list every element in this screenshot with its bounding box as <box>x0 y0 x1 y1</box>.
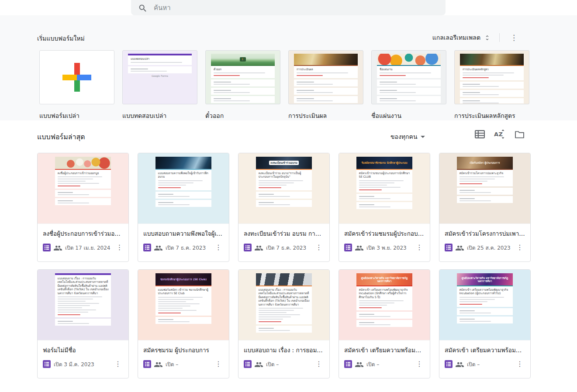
recent-form-meta: เปิด 7 ธ.ค. 2023 ⋮ <box>244 243 327 252</box>
caret-down-icon <box>421 136 425 138</box>
recent-form-info: ลงชื่อผู้ประกอบการเข้าร่วมออ... เปิด 17 … <box>38 224 128 254</box>
recent-form-title: สมัครเข้าร่วมโครงการบ่มเพาะ... <box>445 229 528 238</box>
template-label: การประเมินผล <box>288 111 363 120</box>
recent-form-opened-date: เปิด – <box>366 360 379 368</box>
template-card[interactable]: 🚶ตั๋วออก ตั๋วออก <box>205 50 280 120</box>
template-card[interactable]: การประเมินผล การประเมินผล <box>288 50 363 120</box>
forms-icon <box>244 360 252 368</box>
recent-form-card[interactable]: ศูนย์บ่มเพาะวิสาหกิจ มหาวิทยาลัยราชภัฏนค… <box>439 269 531 378</box>
owner-filter-label: ของทุกคน <box>390 132 417 141</box>
thumb-title-card: แบบสอบถาม เรื่อง : การยอมรับเทคโนโลยีและ… <box>55 273 111 317</box>
list-view-icon[interactable] <box>475 130 485 139</box>
recent-form-card[interactable]: แบบสอบถามความพึงพอใจผู้เข้ารับการฝึกอบรม… <box>138 153 229 262</box>
recent-form-card[interactable]: เปิดรับสมัคร ผู้ประกอบการสมัครเข้าร่วมโค… <box>439 153 531 262</box>
thumb-question-label-line <box>259 202 274 203</box>
search-bar[interactable] <box>131 0 446 15</box>
shared-people-icon <box>355 361 363 367</box>
thumb-text-line <box>131 62 182 63</box>
thumb-form-page: ลงทะเบียนเข้าร่วมอบรมลงทะเบียนเข้าร่วม อ… <box>256 157 312 224</box>
recent-form-opened-date: เปิด – <box>266 360 279 368</box>
svg-text:A: A <box>494 131 498 138</box>
unfold-more-icon <box>484 34 491 41</box>
thumb-text-line <box>259 312 287 313</box>
template-card[interactable]: แบบฟอร์มเปล่า <box>39 50 114 120</box>
thumb-question-label-line <box>158 202 173 203</box>
recent-form-card[interactable]: ชมรมนักศึกษาผู้ประกอบการ (SE Club)แบบฟอร… <box>138 269 229 378</box>
more-options-icon[interactable]: ⋮ <box>514 360 528 368</box>
template-label: แบบฟอร์มเปล่า <box>39 111 114 120</box>
thumb-question-card <box>211 79 275 86</box>
thumb-question-card <box>457 188 513 195</box>
thumb-required-text-line <box>58 186 81 186</box>
google-plus-icon <box>62 63 91 92</box>
thumb-text-line <box>460 176 504 177</box>
thumb-question-label-line <box>214 90 231 91</box>
recent-form-card[interactable]: แบบสอบถาม เรื่อง : การยอมรับเทคโนโลยีและ… <box>37 269 129 378</box>
more-options-icon[interactable]: ⋮ <box>113 243 127 252</box>
thumb-question-label-line <box>359 196 374 197</box>
google-forms-home: เริ่มแบบฟอร์มใหม่ แกลเลอรีเทมเพลต ⋮ แบบฟ… <box>0 0 577 392</box>
recent-form-card[interactable]: แบบสอบถาม เรื่อง : การยอมรับเทคโนโลยีและ… <box>238 269 330 378</box>
template-card[interactable]: แบบทดสอบเปล่าGoogle Forms แบบทดสอบเปล่า <box>122 50 197 120</box>
template-card[interactable]: ชื่อแผ่นงาน ชื่อแผ่นงาน <box>371 50 446 120</box>
shared-people-icon <box>255 245 263 251</box>
thumb-text-line <box>58 299 93 299</box>
thumb-form-title: แบบสอบถาม เรื่อง : การยอมรับเทคโนโลยีและ… <box>58 277 109 295</box>
thumb-question-label-line <box>380 82 397 83</box>
template-card[interactable]: การประเมินผลหลักสูตร การประเมินผลหลักสูต… <box>454 50 529 120</box>
recent-form-title: ลงชื่อผู้ประกอบการเข้าร่วมออ... <box>43 229 126 238</box>
template-gallery-button[interactable]: แกลเลอรีเทมเพลต <box>431 32 492 43</box>
thumb-question-label-line <box>58 200 73 201</box>
more-options-icon[interactable]: ⋮ <box>112 360 126 368</box>
thumb-question-label-line <box>58 192 73 193</box>
thumb-question-card <box>356 312 413 319</box>
template-thumbnail: การประเมินผล <box>288 50 363 104</box>
recent-form-card[interactable]: รับสมัครสมาชิกชมรม นักศึกษาผู้ประกอบสมัค… <box>339 153 430 262</box>
thumb-question-label-line <box>463 84 480 85</box>
thumb-question-card <box>457 196 513 203</box>
owner-filter-dropdown[interactable]: ของทุกคน <box>389 131 427 142</box>
thumb-question-label-line <box>460 198 475 199</box>
recent-form-card[interactable]: ศูนย์บ่มเพาะวิสาหกิจ มหาวิทยาลัยราชภัฏนค… <box>339 269 430 378</box>
thumb-question-card <box>211 96 275 103</box>
recent-form-title: สมัครเข้า เตรียมความพร้อมพั... <box>344 345 427 355</box>
recent-form-card[interactable]: ลงชื่อผู้ประกอบการเข้าร่วมออกบูธ ลงชื่อผ… <box>37 153 129 262</box>
thumb-text-line <box>259 310 294 311</box>
more-options-icon[interactable]: ⋮ <box>212 360 226 368</box>
thumb-text-line <box>460 301 487 302</box>
thumb-text-line <box>259 185 287 186</box>
recent-form-meta: เปิด – ⋮ <box>344 360 427 368</box>
more-options-icon[interactable]: ⋮ <box>413 360 427 368</box>
recent-form-title: แบบสอบถามความพึงพอใจผู้เ... <box>143 229 226 238</box>
sort-az-icon[interactable]: AZ <box>494 129 505 139</box>
more-options-icon[interactable]: ⋮ <box>313 360 327 368</box>
recent-form-title: แบบสอบถาม เรื่อง : การยอมรั... <box>244 345 327 355</box>
shared-people-icon <box>456 245 464 251</box>
thumb-form-title: แบบสอบถามความพึงพอใจผู้เข้ารับการฝึกอบรม <box>158 172 209 179</box>
thumb-form-title: สมัครเข้าร่วมชมรมผู้ประกอบการนักศึกษา SE… <box>359 172 410 179</box>
more-options-icon[interactable]: ⋮ <box>413 243 427 252</box>
thumb-question-card <box>294 88 358 95</box>
more-options-icon[interactable]: ⋮ <box>514 243 528 252</box>
folder-icon[interactable] <box>515 130 525 138</box>
template-section-menu-icon[interactable]: ⋮ <box>507 33 521 42</box>
recent-form-info: สมัครเข้า เตรียมความพร้อมพั... เปิด – ⋮ <box>439 340 530 371</box>
more-options-icon[interactable]: ⋮ <box>212 243 226 252</box>
thumb-banner-image: ศูนย์บ่มเพาะวิสาหกิจ มหาวิทยาลัยราชภัฏนค… <box>457 273 513 285</box>
thumb-question-card <box>256 192 312 199</box>
more-options-icon[interactable]: ⋮ <box>313 243 327 252</box>
thumb-text-line <box>58 176 103 177</box>
thumb-required-text-line <box>380 75 406 76</box>
thumb-form-title: ตั๋วออก <box>214 68 272 71</box>
thumb-question-card <box>356 320 413 327</box>
search-input[interactable] <box>154 4 439 12</box>
thumb-question-label-line <box>359 314 374 315</box>
thumb-banner-image: ลงทะเบียนเข้าร่วมอบรม <box>256 157 312 169</box>
thumb-form-title: ลงชื่อผู้ประกอบการเข้าร่วมออกบูธ <box>58 172 109 175</box>
thumb-question-label-line <box>380 98 397 99</box>
recent-form-opened-date: เปิด 3 มี.ค. 2023 <box>54 360 94 368</box>
recent-form-card[interactable]: ลงทะเบียนเข้าร่วมอบรมลงทะเบียนเข้าร่วม อ… <box>238 153 330 262</box>
thumb-banner-text: เปิดรับสมัคร ผู้ประกอบการ <box>469 161 501 165</box>
thumb-answer-line <box>460 321 491 322</box>
thumb-form-title: การประเมินผล <box>297 68 355 71</box>
